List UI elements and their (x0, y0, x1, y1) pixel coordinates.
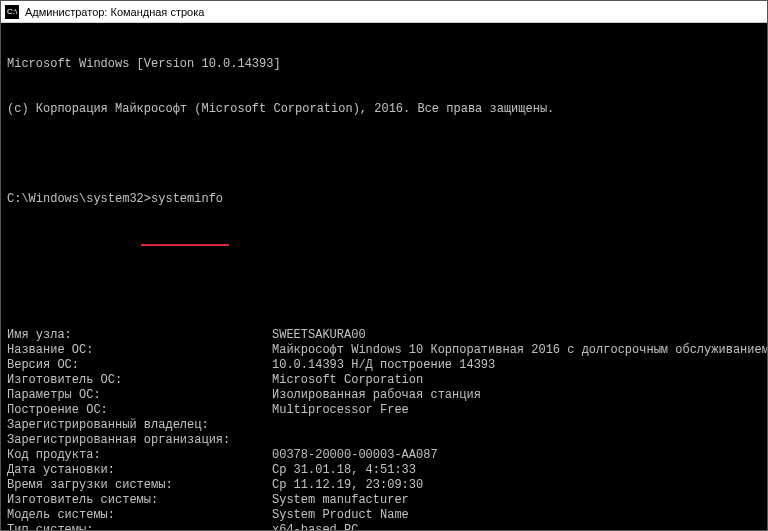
sysinfo-label: Время загрузки системы: (7, 478, 272, 493)
sysinfo-value: x64-based PC (272, 523, 761, 530)
sysinfo-value (272, 433, 761, 448)
sysinfo-row: Построение ОС:Multiprocessor Free (7, 403, 761, 418)
sysinfo-row: Код продукта:00378-20000-00003-AA087 (7, 448, 761, 463)
header-line-1: Microsoft Windows [Version 10.0.14393] (7, 57, 761, 72)
sysinfo-label: Параметры ОС: (7, 388, 272, 403)
sysinfo-row: Дата установки:Ср 31.01.18, 4:51:33 (7, 463, 761, 478)
sysinfo-value: System Product Name (272, 508, 761, 523)
sysinfo-label: Имя узла: (7, 328, 272, 343)
sysinfo-row: Параметры ОС:Изолированная рабочая станц… (7, 388, 761, 403)
sysinfo-value: Ср 11.12.19, 23:09:30 (272, 478, 761, 493)
prompt-command: systeminfo (151, 192, 223, 206)
prompt-path: C:\Windows\system32> (7, 192, 151, 206)
sysinfo-value: Майкрософт Windows 10 Корпоративная 2016… (272, 343, 767, 358)
sysinfo-row: Время загрузки системы:Ср 11.12.19, 23:0… (7, 478, 761, 493)
sysinfo-label: Версия ОС: (7, 358, 272, 373)
sysinfo-row: Изготовитель системы:System manufacturer (7, 493, 761, 508)
sysinfo-row: Тип системы:x64-based PC (7, 523, 761, 530)
sysinfo-row: Зарегистрированная организация: (7, 433, 761, 448)
sysinfo-value: Изолированная рабочая станция (272, 388, 761, 403)
sysinfo-label: Зарегистрированный владелец: (7, 418, 272, 433)
sysinfo-value: Ср 31.01.18, 4:51:33 (272, 463, 761, 478)
sysinfo-row: Название ОС:Майкрософт Windows 10 Корпор… (7, 343, 761, 358)
sysinfo-row: Изготовитель ОС:Microsoft Corporation (7, 373, 761, 388)
window-title: Администратор: Командная строка (25, 6, 204, 18)
window-titlebar[interactable]: C:\ Администратор: Командная строка (1, 1, 767, 23)
sysinfo-row: Зарегистрированный владелец: (7, 418, 761, 433)
sysinfo-label: Тип системы: (7, 523, 272, 530)
sysinfo-row: Модель системы:System Product Name (7, 508, 761, 523)
sysinfo-label: Зарегистрированная организация: (7, 433, 272, 448)
sysinfo-value: Microsoft Corporation (272, 373, 761, 388)
sysinfo-label: Изготовитель системы: (7, 493, 272, 508)
sysinfo-value (272, 418, 761, 433)
sysinfo-row: Имя узла:SWEETSAKURA00 (7, 328, 761, 343)
sysinfo-label: Модель системы: (7, 508, 272, 523)
sysinfo-label: Построение ОС: (7, 403, 272, 418)
terminal-output: Microsoft Windows [Version 10.0.14393] (… (1, 23, 767, 530)
sysinfo-label: Дата установки: (7, 463, 272, 478)
sysinfo-value: SWEETSAKURA00 (272, 328, 761, 343)
sysinfo-row: Версия ОС:10.0.14393 Н/Д построение 1439… (7, 358, 761, 373)
sysinfo-value: System manufacturer (272, 493, 761, 508)
sysinfo-value: 00378-20000-00003-AA087 (272, 448, 761, 463)
command-underline (141, 243, 229, 246)
sysinfo-label: Изготовитель ОС: (7, 373, 272, 388)
prompt-line: C:\Windows\system32>systeminfo (7, 192, 761, 207)
sysinfo-value: Multiprocessor Free (272, 403, 761, 418)
header-line-2: (c) Корпорация Майкрософт (Microsoft Cor… (7, 102, 761, 117)
sysinfo-label: Название ОС: (7, 343, 272, 358)
sysinfo-value: 10.0.14393 Н/Д построение 14393 (272, 358, 761, 373)
cmd-icon: C:\ (5, 5, 19, 19)
sysinfo-label: Код продукта: (7, 448, 272, 463)
